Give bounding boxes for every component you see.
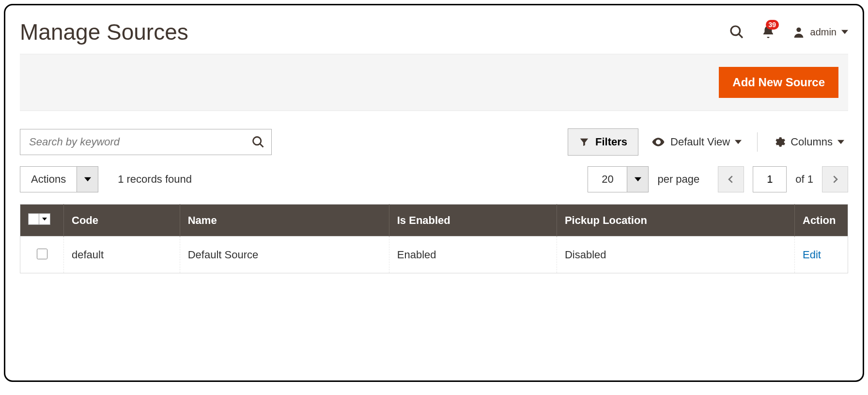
column-header-select [20,205,64,237]
mass-actions-dropdown[interactable]: Actions [20,166,98,192]
svg-point-3 [253,137,261,145]
select-all-toggle[interactable] [28,213,50,225]
grid-toolbar-right: 20 per page of 1 [588,166,848,192]
funnel-icon [579,137,589,147]
svg-line-4 [260,144,264,147]
page-size-value: 20 [588,167,627,192]
cell-code: default [64,237,180,273]
header-tools: 39 admin [729,24,848,40]
total-pages-label: of 1 [795,173,813,186]
eye-icon [651,135,666,149]
column-header-is-enabled[interactable]: Is Enabled [389,205,557,237]
admin-username-label: admin [810,27,837,38]
page-size-caret [627,167,648,192]
chevron-down-icon [635,176,641,183]
grid-toolbar-bottom: Actions 1 records found 20 per page of 1 [20,166,848,192]
sources-grid: Code Name Is Enabled Pickup Location Act… [20,204,848,273]
svg-point-0 [731,26,740,35]
mass-actions-label: Actions [20,167,77,192]
edit-link[interactable]: Edit [803,249,821,261]
keyword-search-input[interactable] [20,129,272,155]
svg-point-2 [796,28,801,32]
mass-actions-caret [77,167,98,192]
next-page-button[interactable] [822,166,848,192]
notifications-button[interactable]: 39 [761,25,775,39]
records-found-label: 1 records found [118,173,192,186]
column-header-action: Action [795,205,848,237]
search-icon [251,135,265,149]
column-header-name[interactable]: Name [180,205,389,237]
per-page-label: per page [657,173,699,186]
gear-icon [773,136,786,148]
chevron-down-icon [841,29,848,35]
admin-account-dropdown[interactable]: admin [792,25,848,39]
chevron-down-icon [735,139,742,145]
cell-action: Edit [795,237,848,273]
keyword-search-submit[interactable] [251,135,265,149]
columns-dropdown[interactable]: Columns [769,136,848,148]
filters-button[interactable]: Filters [568,128,638,156]
page-size-selector[interactable]: 20 [588,166,649,192]
filters-label: Filters [595,136,627,148]
global-search-button[interactable] [729,24,744,40]
cell-is-enabled: Enabled [389,237,557,273]
cell-name: Default Source [180,237,389,273]
view-label: Default View [670,136,730,148]
chevron-down-icon [42,217,47,221]
page-header: Manage Sources 39 admin [20,19,848,45]
page-title: Manage Sources [20,19,188,45]
grid-toolbar-left: Actions 1 records found [20,166,192,192]
separator [757,132,758,152]
svg-line-1 [739,34,743,38]
grid-view-tools: Filters Default View Columns [568,128,848,156]
add-new-source-button[interactable]: Add New Source [719,67,838,98]
cell-pickup-location: Disabled [557,237,794,273]
chevron-down-icon [84,176,91,183]
view-dropdown[interactable]: Default View [647,135,745,149]
action-bar: Add New Source [20,54,848,111]
row-select-cell [20,237,64,273]
svg-point-5 [657,141,660,143]
prev-page-button[interactable] [718,166,744,192]
notifications-count-badge: 39 [766,20,779,30]
row-select-checkbox[interactable] [37,249,47,259]
column-header-pickup-location[interactable]: Pickup Location [557,205,794,237]
chevron-down-icon [837,139,844,145]
grid-toolbar-top: Filters Default View Columns [20,128,848,156]
current-page-input[interactable] [753,166,787,192]
keyword-search [20,129,272,155]
chevron-left-icon [727,175,735,183]
table-row: default Default Source Enabled Disabled … [20,237,848,273]
columns-label: Columns [790,136,833,148]
column-header-code[interactable]: Code [64,205,180,237]
chevron-right-icon [831,175,839,183]
user-icon [792,25,806,39]
